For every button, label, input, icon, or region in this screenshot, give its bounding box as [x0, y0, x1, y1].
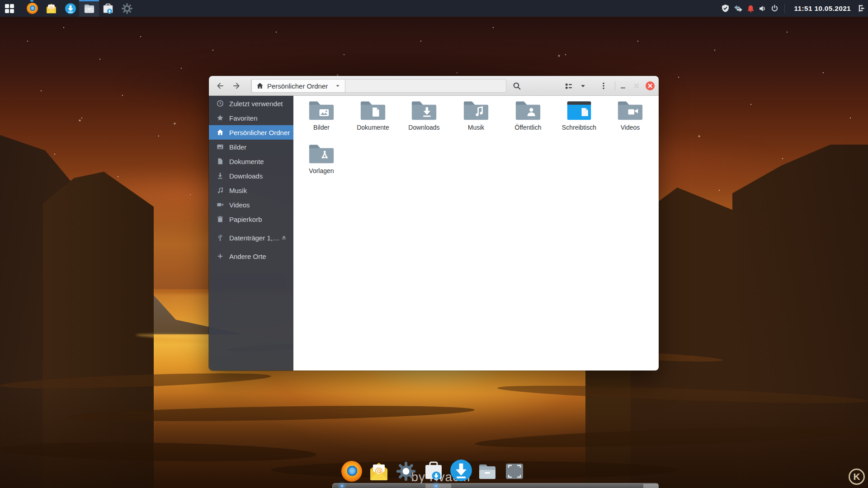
file-label: Musik — [451, 124, 501, 131]
download-icon — [65, 3, 76, 14]
panel-clock[interactable]: 11:51 10.05.2021 — [794, 5, 851, 13]
sidebar-item-volume[interactable]: Datenträger 1,… — [209, 230, 293, 245]
back-button[interactable] — [213, 79, 227, 93]
shield-check-icon[interactable] — [721, 4, 730, 13]
file-vorlagen[interactable]: Vorlagen — [296, 143, 347, 174]
headerbar: Persönlicher Ordner — [209, 76, 659, 96]
wallpaper-watermark: K — [849, 469, 865, 485]
eject-icon[interactable] — [281, 235, 287, 241]
taskbar-entry[interactable] — [643, 484, 658, 488]
home-icon — [217, 129, 224, 136]
file-label: Vorlagen — [296, 167, 347, 174]
sidebar-item-pictures[interactable]: Bilder — [209, 140, 293, 154]
dock-settings[interactable] — [396, 461, 416, 482]
notification-bell-icon[interactable] — [747, 5, 755, 13]
dock-firefox[interactable] — [341, 461, 362, 482]
dock-mail[interactable]: @ — [368, 461, 389, 482]
file-dokumente[interactable]: Dokumente — [348, 99, 398, 131]
bottom-taskbar[interactable] — [332, 483, 659, 488]
folder-public-icon — [515, 99, 541, 121]
sidebar-item-downloads[interactable]: Downloads — [209, 169, 293, 183]
firefox-icon — [27, 3, 38, 14]
location-bar[interactable]: Persönlicher Ordner — [251, 79, 506, 93]
mail-icon: @ — [46, 3, 57, 14]
sidebar-label: Videos — [229, 201, 250, 209]
software-launcher[interactable] — [101, 0, 115, 17]
file-label: Schreibtisch — [554, 124, 604, 131]
sidebar-item-trash[interactable]: Papierkorb — [209, 212, 293, 226]
running-indicator — [30, 0, 33, 2]
menu-button[interactable] — [597, 79, 610, 93]
dock-software-store[interactable] — [423, 461, 444, 482]
folder-download-icon — [411, 99, 437, 121]
mail-launcher[interactable]: @ — [44, 0, 58, 17]
file-label: Downloads — [399, 124, 449, 131]
minimize-button[interactable] — [616, 79, 630, 93]
file-label: Bilder — [296, 124, 347, 131]
sidebar-item-videos[interactable]: Videos — [209, 197, 293, 212]
sidebar-item-music[interactable]: Musik — [209, 183, 293, 197]
files-launcher[interactable] — [79, 0, 99, 17]
file-label: Dokumente — [348, 124, 398, 131]
chevron-down-icon — [580, 83, 586, 89]
file-videos[interactable]: Videos — [605, 99, 656, 131]
download-launcher[interactable] — [64, 0, 77, 17]
sidebar-item-home[interactable]: Persönlicher Ordner — [209, 125, 293, 140]
top-panel: @ — [0, 0, 868, 17]
forward-icon — [232, 82, 241, 90]
view-options-caret[interactable] — [577, 79, 589, 93]
sidebar-item-documents[interactable]: Dokumente — [209, 154, 293, 169]
sidebar-label: Musik — [229, 187, 247, 194]
sidebar-label: Bilder — [229, 143, 246, 151]
folder-image-icon — [308, 99, 335, 121]
dock-file-manager[interactable] — [477, 461, 498, 482]
network-arrows-icon[interactable] — [734, 5, 743, 13]
settings-launcher[interactable] — [120, 0, 134, 17]
close-button[interactable] — [643, 79, 657, 93]
file-manager-window: Persönlicher Ordner — [209, 76, 659, 371]
volume-icon[interactable] — [759, 5, 767, 13]
dock-download[interactable] — [450, 459, 472, 482]
star-icon — [217, 114, 224, 122]
dock-screenshot[interactable] — [504, 461, 525, 482]
sidebar-label: Papierkorb — [229, 216, 262, 223]
files-icon — [83, 2, 95, 14]
sidebar-item-favorites[interactable]: Favoriten — [209, 111, 293, 125]
music-note-icon — [217, 187, 224, 194]
sidebar-label: Downloads — [229, 172, 263, 180]
video-camera-icon — [217, 201, 224, 208]
search-button[interactable] — [510, 79, 524, 93]
folder-templates-icon — [308, 143, 335, 164]
folder-video-icon — [617, 99, 643, 121]
software-store-icon — [102, 3, 114, 14]
app-grid-launcher[interactable] — [3, 0, 16, 17]
file-bilder[interactable]: Bilder — [296, 99, 347, 131]
sidebar-item-other-places[interactable]: Andere Orte — [209, 249, 293, 263]
maximize-button[interactable] — [630, 79, 643, 93]
file-label: Videos — [605, 124, 656, 131]
view-mode-button[interactable] — [562, 79, 576, 93]
settings-gear-icon — [121, 3, 133, 14]
plus-icon — [217, 253, 224, 260]
tray-expander-icon[interactable] — [858, 4, 865, 13]
file-downloads[interactable]: Downloads — [399, 99, 449, 131]
file-view[interactable]: Bilder Dokumente Downloads — [293, 96, 659, 371]
file-musik[interactable]: Musik — [451, 99, 501, 131]
forward-button[interactable] — [230, 79, 243, 93]
clock-icon — [217, 100, 224, 107]
places-sidebar: Zuletzt verwendet Favoriten Persönlicher… — [209, 96, 293, 371]
taskbar-entry[interactable] — [425, 484, 451, 488]
file-oeffentlich[interactable]: Öffentlich — [503, 99, 553, 131]
sidebar-label: Zuletzt verwendet — [229, 100, 283, 108]
tray-separator — [784, 4, 785, 13]
firefox-launcher[interactable] — [25, 0, 39, 17]
power-icon[interactable] — [771, 5, 778, 12]
path-button[interactable]: Persönlicher Ordner — [251, 79, 345, 93]
task-indicator — [435, 485, 437, 487]
view-list-icon — [565, 82, 573, 90]
chevron-down-icon — [335, 83, 340, 89]
sidebar-item-recent[interactable]: Zuletzt verwendet — [209, 96, 293, 111]
sidebar-label: Datenträger 1,… — [229, 234, 279, 242]
file-schreibtisch[interactable]: Schreibtisch — [554, 99, 604, 131]
close-icon — [645, 81, 655, 91]
